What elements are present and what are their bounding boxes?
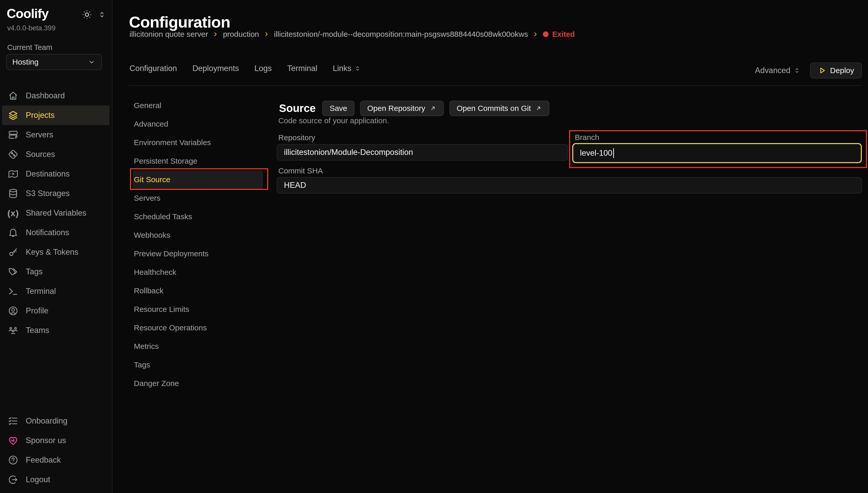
sidebar-item-label: Feedback: [26, 455, 61, 465]
subnav-item-git-source[interactable]: Git Source: [133, 170, 263, 189]
sidebar-item-label: S3 Storages: [26, 189, 70, 198]
repository-input[interactable]: illicitestonion/Module-Decomposition: [277, 144, 568, 160]
subnav-item-danger-zone[interactable]: Danger Zone: [133, 374, 263, 393]
users-group-icon: [7, 324, 19, 336]
sidebar-item-label: Projects: [26, 111, 55, 120]
subnav-item-environment-variables[interactable]: Environment Variables: [133, 133, 263, 152]
breadcrumb-application[interactable]: illicitestonion/-module--decomposition:m…: [274, 30, 528, 39]
commit-sha-input[interactable]: HEAD: [277, 177, 862, 193]
tab-terminal[interactable]: Terminal: [287, 64, 317, 73]
subnav-item-rollback[interactable]: Rollback: [133, 281, 263, 300]
breadcrumb-environment[interactable]: production: [223, 30, 259, 39]
subnav-item-tags[interactable]: Tags: [133, 356, 263, 374]
sidebar-item-label: Sources: [26, 150, 55, 159]
chevron-down-icon: [87, 58, 96, 66]
sidebar-item-dashboard[interactable]: Dashboard: [2, 86, 109, 106]
sidebar-footer-nav: Onboarding Sponsor us Feedback: [0, 411, 111, 489]
chevron-right-icon: [263, 31, 270, 38]
subnav-item-resource-operations[interactable]: Resource Operations: [133, 319, 263, 337]
database-icon: [7, 188, 19, 199]
subnav-item-scheduled-tasks[interactable]: Scheduled Tasks: [133, 207, 263, 226]
sidebar-item-projects[interactable]: Projects: [2, 106, 109, 125]
terminal-icon: [7, 285, 19, 297]
play-icon: [818, 66, 827, 75]
sidebar-item-label: Servers: [26, 130, 53, 140]
checklist-icon: [7, 415, 19, 427]
coolify-app: Coolify v4.0.0-beta.399 Current Team Hos…: [0, 0, 868, 493]
subnav-item-metrics[interactable]: Metrics: [133, 337, 263, 356]
tab-deployments[interactable]: Deployments: [192, 64, 239, 73]
sidebar-item-sponsor-us[interactable]: Sponsor us: [2, 431, 109, 450]
source-description: Code source of your application.: [278, 116, 389, 125]
sidebar-item-notifications[interactable]: Notifications: [2, 223, 109, 242]
app-version: v4.0.0-beta.399: [7, 24, 56, 32]
sidebar-item-teams[interactable]: Teams: [2, 321, 109, 340]
subnav-item-healthcheck[interactable]: Healthcheck: [133, 263, 263, 281]
server-icon: [7, 129, 19, 141]
sidebar-item-s3-storages[interactable]: S3 Storages: [2, 184, 109, 203]
sidebar-item-feedback[interactable]: Feedback: [2, 450, 109, 470]
variables-icon: (x): [7, 207, 19, 219]
open-commits-label: Open Commits on Git: [457, 104, 531, 113]
sidebar-item-label: Tags: [26, 267, 42, 276]
home-icon: [7, 90, 19, 102]
breadcrumb-project[interactable]: illicitonion quote server: [129, 30, 208, 39]
tag-icon: [7, 266, 19, 278]
subnav-item-general[interactable]: General: [133, 96, 263, 115]
subnav-item-advanced[interactable]: Advanced: [133, 115, 263, 133]
branch-label: Branch: [575, 133, 599, 142]
sidebar-item-servers[interactable]: Servers: [2, 125, 109, 145]
sidebar-item-onboarding[interactable]: Onboarding: [2, 411, 109, 431]
tab-links[interactable]: Links: [333, 64, 361, 73]
subnav-item-webhooks[interactable]: Webhooks: [133, 226, 263, 244]
sidebar-item-label: Onboarding: [26, 416, 67, 426]
team-select-value: Hosting: [12, 58, 39, 66]
deploy-label: Deploy: [830, 66, 854, 75]
text-cursor: [613, 148, 614, 158]
subnav-item-persistent-storage[interactable]: Persistent Storage: [133, 152, 263, 170]
open-repository-button[interactable]: Open Repository: [360, 101, 444, 116]
tab-links-label: Links: [333, 64, 352, 73]
tab-logs[interactable]: Logs: [254, 64, 272, 73]
git-source-icon: [7, 148, 19, 160]
logout-icon: [7, 474, 19, 486]
open-commits-button[interactable]: Open Commits on Git: [449, 101, 549, 116]
sidebar-item-label: Shared Variables: [26, 209, 86, 218]
sidebar: Coolify v4.0.0-beta.399 Current Team Hos…: [0, 0, 112, 493]
subnav-item-servers[interactable]: Servers: [133, 189, 263, 207]
sidebar-item-label: Notifications: [26, 228, 69, 237]
theme-selector-chevrons-icon[interactable]: [98, 10, 106, 19]
sidebar-item-label: Destinations: [26, 169, 70, 178]
help-circle-icon: [7, 454, 19, 466]
map-icon: [7, 168, 19, 180]
sidebar-item-label: Profile: [26, 306, 48, 316]
branch-input[interactable]: level-100: [572, 143, 862, 163]
sidebar-item-keys-tokens[interactable]: Keys & Tokens: [2, 242, 109, 262]
tab-configuration[interactable]: Configuration: [129, 64, 177, 73]
theme-sun-icon[interactable]: [82, 9, 92, 20]
status-dot-icon: [543, 31, 549, 37]
sidebar-item-label: Terminal: [26, 287, 56, 296]
breadcrumb: illicitonion quote server production ill…: [129, 30, 575, 39]
sidebar-item-label: Teams: [26, 326, 49, 335]
sidebar-item-sources[interactable]: Sources: [2, 145, 109, 164]
bell-icon: [7, 227, 19, 238]
source-heading: Source: [279, 102, 316, 114]
layers-icon: [7, 109, 19, 121]
top-actions: Advanced Deploy: [755, 63, 862, 79]
sidebar-item-profile[interactable]: Profile: [2, 301, 109, 321]
subnav-item-preview-deployments[interactable]: Preview Deployments: [133, 244, 263, 263]
source-header-row: Source Save Open Repository Open Commits…: [279, 100, 549, 116]
sidebar-item-logout[interactable]: Logout: [2, 470, 109, 489]
commit-sha-value: HEAD: [284, 180, 306, 190]
sidebar-item-destinations[interactable]: Destinations: [2, 164, 109, 184]
sidebar-item-tags[interactable]: Tags: [2, 262, 109, 281]
deploy-button[interactable]: Deploy: [810, 63, 862, 79]
chevrons-updown-icon: [793, 67, 801, 74]
team-select[interactable]: Hosting: [6, 54, 102, 70]
sidebar-item-shared-variables[interactable]: (x) Shared Variables: [2, 203, 109, 223]
subnav-item-resource-limits[interactable]: Resource Limits: [133, 300, 263, 319]
advanced-dropdown[interactable]: Advanced: [755, 66, 801, 75]
sidebar-item-terminal[interactable]: Terminal: [2, 281, 109, 301]
save-button[interactable]: Save: [322, 101, 354, 116]
